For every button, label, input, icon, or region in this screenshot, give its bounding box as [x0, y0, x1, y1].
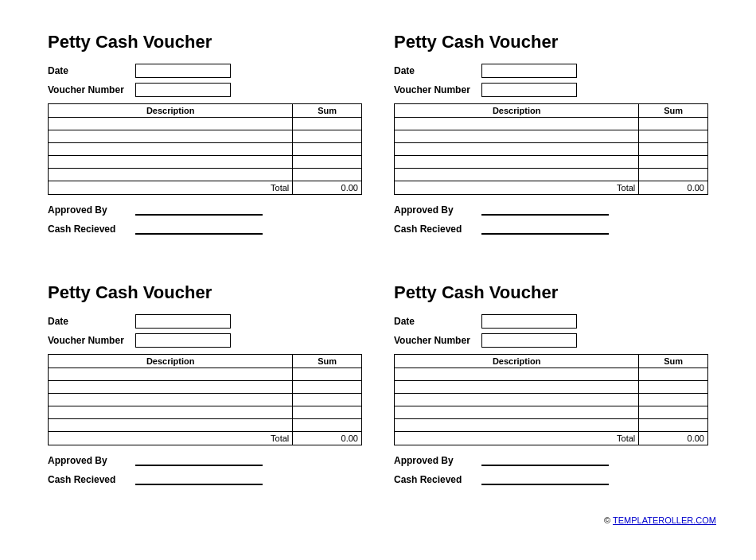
voucher-number-input-2[interactable] — [481, 83, 577, 97]
cash-received-line-3[interactable] — [135, 474, 263, 485]
date-input-2[interactable] — [481, 64, 577, 78]
cash-received-row-4: Cash Recieved — [394, 474, 708, 485]
sum-header-1: Sum — [293, 104, 362, 118]
items-table-2: Description Sum Total 0.00 — [394, 103, 708, 195]
cash-received-row-3: Cash Recieved — [48, 474, 362, 485]
approved-by-line-1[interactable] — [135, 204, 263, 216]
total-label-3: Total — [49, 432, 293, 445]
date-input-4[interactable] — [481, 314, 577, 329]
items-table-4: Description Sum Total 0.00 — [394, 354, 708, 445]
approved-by-line-3[interactable] — [135, 455, 263, 466]
voucher-number-row-4: Voucher Number — [394, 333, 708, 348]
voucher-number-label-3: Voucher Number — [48, 335, 135, 346]
date-label-3: Date — [48, 316, 135, 327]
date-row-4: Date — [394, 314, 708, 329]
voucher-top-left: Petty Cash Voucher Date Voucher Number D… — [40, 24, 370, 251]
voucher-number-input-4[interactable] — [481, 333, 577, 348]
voucher-number-input-1[interactable] — [135, 83, 231, 97]
total-value-3: 0.00 — [293, 432, 362, 445]
page-container: Petty Cash Voucher Date Voucher Number D… — [16, 16, 740, 509]
table-row — [395, 118, 708, 130]
description-header-4: Description — [395, 355, 639, 368]
table-row — [395, 381, 708, 394]
approved-by-label-1: Approved By — [48, 204, 135, 216]
items-table-1: Description Sum Total 0.00 — [48, 103, 362, 195]
cash-received-line-2[interactable] — [481, 224, 609, 235]
table-row — [395, 368, 708, 381]
approved-by-label-2: Approved By — [394, 204, 481, 216]
footer-copyright: © — [604, 515, 610, 525]
sum-header-2: Sum — [639, 104, 708, 118]
items-table-3: Description Sum Total 0.00 — [48, 354, 362, 445]
voucher-title-3: Petty Cash Voucher — [48, 282, 362, 303]
table-row — [49, 156, 362, 169]
table-row — [49, 118, 362, 130]
total-label-4: Total — [395, 432, 639, 445]
voucher-number-input-3[interactable] — [135, 333, 231, 348]
total-row-4: Total 0.00 — [395, 432, 708, 445]
total-label-1: Total — [49, 181, 293, 195]
cash-received-line-4[interactable] — [481, 474, 609, 485]
description-header-3: Description — [49, 355, 293, 368]
date-label-1: Date — [48, 65, 135, 76]
description-header-1: Description — [49, 104, 293, 118]
date-label-4: Date — [394, 316, 481, 327]
cash-received-row-2: Cash Recieved — [394, 224, 708, 235]
table-row — [49, 130, 362, 143]
voucher-number-label-1: Voucher Number — [48, 84, 135, 95]
approved-by-row-1: Approved By — [48, 204, 362, 216]
total-row-2: Total 0.00 — [395, 181, 708, 195]
signature-section-4: Approved By Cash Recieved — [394, 455, 708, 485]
table-row — [49, 406, 362, 419]
date-row-2: Date — [394, 64, 708, 78]
voucher-title-2: Petty Cash Voucher — [394, 32, 708, 52]
approved-by-row-3: Approved By — [48, 455, 362, 466]
cash-received-label-3: Cash Recieved — [48, 474, 135, 485]
total-value-1: 0.00 — [293, 181, 362, 195]
approved-by-line-2[interactable] — [481, 204, 609, 216]
table-row — [49, 394, 362, 406]
voucher-title-4: Petty Cash Voucher — [394, 282, 708, 303]
voucher-number-label-2: Voucher Number — [394, 84, 481, 95]
voucher-number-label-4: Voucher Number — [394, 335, 481, 346]
date-row-1: Date — [48, 64, 362, 78]
table-row — [395, 394, 708, 406]
signature-section-2: Approved By Cash Recieved — [394, 204, 708, 235]
description-header-2: Description — [395, 104, 639, 118]
total-row-3: Total 0.00 — [49, 432, 362, 445]
signature-section-1: Approved By Cash Recieved — [48, 204, 362, 235]
table-row — [49, 368, 362, 381]
table-row — [49, 381, 362, 394]
approved-by-row-2: Approved By — [394, 204, 708, 216]
table-row — [395, 156, 708, 169]
footer: © TEMPLATEROLLER.COM — [16, 509, 740, 528]
voucher-number-row-2: Voucher Number — [394, 83, 708, 97]
table-row — [49, 169, 362, 181]
table-row — [395, 169, 708, 181]
table-row — [49, 143, 362, 156]
signature-section-3: Approved By Cash Recieved — [48, 455, 362, 485]
cash-received-row-1: Cash Recieved — [48, 224, 362, 235]
approved-by-label-3: Approved By — [48, 455, 135, 466]
table-row — [395, 406, 708, 419]
voucher-bottom-left: Petty Cash Voucher Date Voucher Number D… — [40, 274, 370, 501]
approved-by-row-4: Approved By — [394, 455, 708, 466]
voucher-number-row-3: Voucher Number — [48, 333, 362, 348]
voucher-number-row-1: Voucher Number — [48, 83, 362, 97]
approved-by-line-4[interactable] — [481, 455, 609, 466]
footer-link[interactable]: TEMPLATEROLLER.COM — [613, 515, 716, 525]
cash-received-line-1[interactable] — [135, 224, 263, 235]
sum-header-3: Sum — [293, 355, 362, 368]
table-row — [395, 143, 708, 156]
date-input-3[interactable] — [135, 314, 231, 329]
total-value-4: 0.00 — [639, 432, 708, 445]
date-input-1[interactable] — [135, 64, 231, 78]
sum-header-4: Sum — [639, 355, 708, 368]
table-row — [395, 419, 708, 432]
approved-by-label-4: Approved By — [394, 455, 481, 466]
date-label-2: Date — [394, 65, 481, 76]
table-row — [49, 419, 362, 432]
total-value-2: 0.00 — [639, 181, 708, 195]
voucher-bottom-right: Petty Cash Voucher Date Voucher Number D… — [386, 274, 716, 501]
voucher-top-right: Petty Cash Voucher Date Voucher Number D… — [386, 24, 716, 251]
